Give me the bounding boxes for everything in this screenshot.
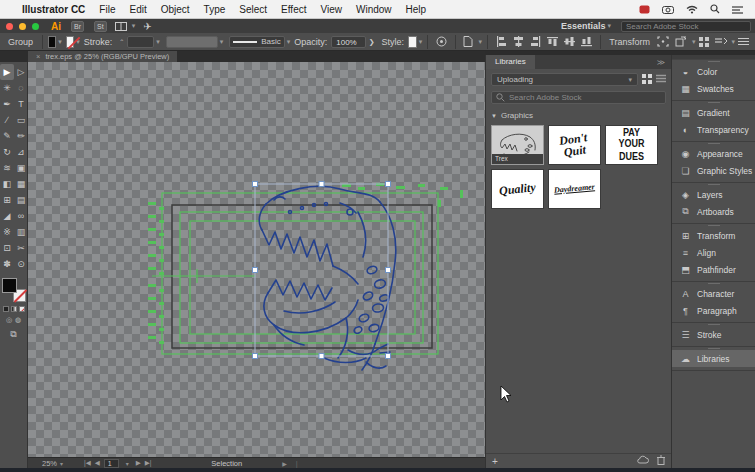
- type-tool[interactable]: T: [14, 96, 28, 112]
- fill-indicator[interactable]: [2, 278, 17, 293]
- menu-type[interactable]: Type: [204, 4, 226, 15]
- first-artboard-button[interactable]: |◀: [84, 459, 91, 467]
- camera-menu-icon[interactable]: [662, 5, 674, 14]
- brush-definition-dropdown[interactable]: Basic: [229, 36, 285, 48]
- screen-mode-icon[interactable]: ⧉: [0, 329, 27, 340]
- dock-item-gradient[interactable]: ▤Gradient: [672, 104, 755, 121]
- workspace-chevron-icon[interactable]: ▾: [607, 22, 611, 30]
- selection-bounding-box[interactable]: [253, 182, 391, 359]
- library-item-quality[interactable]: Quality: [491, 169, 544, 209]
- isolate-object-icon[interactable]: [675, 36, 687, 47]
- stroke-weight-dropdown[interactable]: [127, 36, 154, 48]
- brush-chevron-icon[interactable]: ▾: [287, 38, 291, 46]
- wifi-icon[interactable]: [686, 5, 698, 14]
- status-menu-arrow-icon[interactable]: ▶: [282, 460, 287, 467]
- control-menu-icon[interactable]: [738, 37, 749, 46]
- transform-panel-link[interactable]: Transform: [609, 37, 650, 47]
- gradient-button[interactable]: [11, 306, 17, 312]
- bridge-button[interactable]: Br: [71, 21, 84, 32]
- handle-top-left[interactable]: [253, 182, 258, 187]
- library-search-input[interactable]: [509, 93, 661, 102]
- graph-tool[interactable]: ▥: [14, 224, 28, 240]
- fill-stroke-indicator[interactable]: [2, 278, 26, 302]
- dock-item-pathfinder[interactable]: ⬒Pathfinder: [672, 261, 755, 278]
- draw-normal-mode-icon[interactable]: ◎: [6, 316, 12, 324]
- dock-item-artboards[interactable]: ⧉Artboards: [672, 203, 755, 220]
- width-chevron-icon[interactable]: ▾: [220, 38, 224, 46]
- stroke-color-swatch[interactable]: [66, 36, 75, 48]
- none-button[interactable]: [19, 306, 25, 312]
- blend-tool[interactable]: ∞: [14, 208, 28, 224]
- selected-paths-green[interactable]: [152, 193, 438, 354]
- fill-chevron-icon[interactable]: ▾: [58, 38, 62, 46]
- menu-select[interactable]: Select: [239, 4, 267, 15]
- workspace-switcher[interactable]: Essentials: [561, 21, 606, 31]
- line-tool[interactable]: ∕: [0, 112, 14, 128]
- document-tab[interactable]: × trex.eps @ 25% (RGB/GPU Preview): [28, 51, 177, 62]
- graphics-section-header[interactable]: ▼ Graphics: [491, 111, 666, 120]
- artboard-number[interactable]: 1: [104, 459, 119, 468]
- library-item-trex[interactable]: Trex: [491, 125, 544, 165]
- menu-object[interactable]: Object: [161, 4, 190, 15]
- dock-item-paragraph[interactable]: ¶Paragraph: [672, 302, 755, 319]
- fill-color-swatch[interactable]: [48, 36, 57, 48]
- canvas[interactable]: [28, 62, 485, 457]
- handle-top-center[interactable]: [319, 182, 324, 187]
- isolate-chevron-icon[interactable]: ▾: [692, 38, 696, 46]
- eyedropper-tool[interactable]: ◢: [0, 208, 14, 224]
- hand-tool[interactable]: ✽: [0, 256, 14, 272]
- libraries-tab[interactable]: Libraries: [486, 55, 535, 69]
- menu-help[interactable]: Help: [406, 4, 427, 15]
- align-bottom-icon[interactable]: [581, 36, 592, 47]
- bounding-box-icon[interactable]: [657, 36, 669, 47]
- graphic-style-swatch[interactable]: [408, 36, 417, 48]
- minimize-window-button[interactable]: [19, 23, 26, 30]
- zoom-tool[interactable]: ⊙: [14, 256, 28, 272]
- stock-button[interactable]: St: [94, 21, 107, 32]
- zoom-level[interactable]: 25%: [42, 459, 57, 468]
- handle-bottom-center[interactable]: [319, 354, 324, 359]
- next-artboard-button[interactable]: ▶: [136, 459, 141, 467]
- share-icon[interactable]: ✈: [143, 21, 151, 32]
- align-top-icon[interactable]: [547, 36, 558, 47]
- draw-behind-mode-icon[interactable]: ◍: [15, 316, 21, 324]
- menu-view[interactable]: View: [320, 4, 342, 15]
- grid-view-icon[interactable]: [642, 74, 652, 86]
- dock-item-libraries[interactable]: ☁Libraries: [672, 350, 755, 367]
- last-artboard-button[interactable]: ▶|: [145, 459, 152, 467]
- dock-item-swatches[interactable]: ▦Swatches: [672, 80, 755, 97]
- paintbrush-tool[interactable]: ✎: [0, 128, 14, 144]
- notification-center-icon[interactable]: [732, 5, 743, 14]
- dock-item-stroke[interactable]: ☰Stroke: [672, 326, 755, 343]
- dock-item-transparency[interactable]: ◐Transparency: [672, 121, 755, 138]
- add-library-item-button[interactable]: +: [492, 456, 498, 467]
- width-tool[interactable]: ≋: [0, 160, 14, 176]
- handle-top-right[interactable]: [386, 182, 391, 187]
- zoom-window-button[interactable]: [32, 23, 39, 30]
- pen-tool[interactable]: ✒: [0, 96, 14, 112]
- dock-item-align[interactable]: ≡Align: [672, 244, 755, 261]
- stroke-weight-stepper[interactable]: ⌃: [119, 38, 124, 45]
- align-left-icon[interactable]: [496, 36, 507, 47]
- arrange-documents-icon[interactable]: [115, 22, 127, 31]
- library-item-daydreamer[interactable]: Daydreamer: [548, 169, 601, 209]
- handle-middle-left[interactable]: [253, 268, 258, 273]
- shape-builder-tool[interactable]: ◧: [0, 176, 14, 192]
- dock-item-layers[interactable]: ◈Layers: [672, 186, 755, 203]
- align-center-icon[interactable]: [513, 36, 524, 47]
- handle-bottom-left[interactable]: [253, 354, 258, 359]
- library-folder-dropdown[interactable]: Uploading ▾: [491, 73, 638, 86]
- close-window-button[interactable]: [6, 23, 13, 30]
- magic-wand-tool[interactable]: ✳: [0, 80, 14, 96]
- lasso-tool[interactable]: ◌: [14, 80, 28, 96]
- menu-effect[interactable]: Effect: [281, 4, 306, 15]
- arrange-chevron-icon[interactable]: ▾: [132, 22, 136, 30]
- sync-cloud-icon[interactable]: [637, 455, 649, 467]
- align-middle-icon[interactable]: [564, 36, 575, 47]
- artboard-tool[interactable]: ⊡: [0, 240, 14, 256]
- gradient-tool[interactable]: ▤: [14, 192, 28, 208]
- panel-options-icon[interactable]: [715, 37, 727, 47]
- menu-file[interactable]: File: [99, 4, 115, 15]
- adobe-stock-search-input[interactable]: [621, 21, 751, 32]
- prev-artboard-button[interactable]: ◀: [95, 459, 100, 467]
